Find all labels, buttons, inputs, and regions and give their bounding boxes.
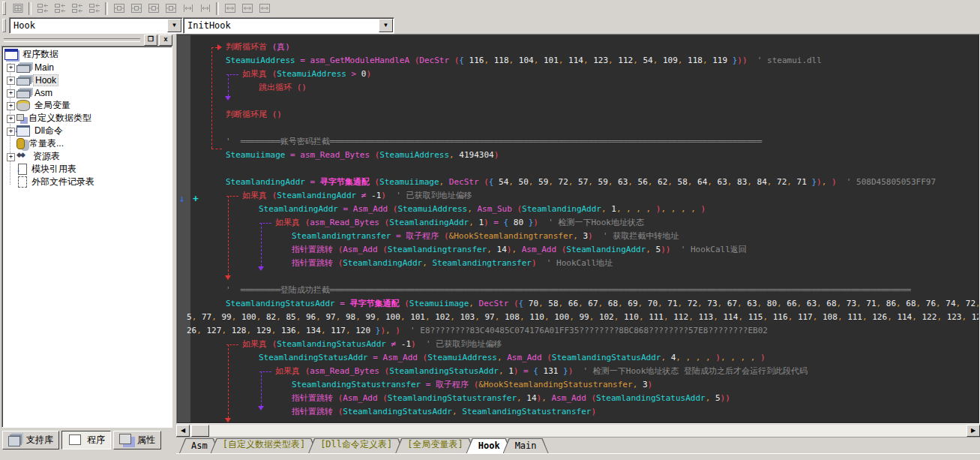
code-line: 跳出循环 () (178, 81, 979, 95)
doc-tab-全局变量表[interactable]: [全局变量表] (395, 439, 475, 453)
project-tree[interactable]: 程序数据+Main+Hook+Asm+全局变量+自定义数据类型+Dll命令常量表… (1, 46, 172, 428)
doc-tab-自定义数据类型表[interactable]: [自定义数据类型表] (211, 439, 317, 453)
if5-end-arrow-icon (258, 406, 264, 410)
code-line: 如果真 (asm_Read_Bytes (SteamlandingStatusA… (178, 365, 979, 378)
form-grid-icon[interactable] (9, 1, 26, 16)
code-editor[interactable]: 判断循环首 (真)SteamuiAddress = asm_GetModuleH… (176, 34, 980, 424)
same-width-icon[interactable] (221, 1, 238, 16)
align-left-icon[interactable] (34, 1, 51, 16)
module-ref-icon (18, 164, 27, 175)
tree-item-自定义数据类型[interactable]: +自定义数据类型 (2, 112, 172, 125)
restore-icon[interactable]: ❐ (144, 35, 157, 46)
panel-tab-属性[interactable]: 属性 (113, 431, 161, 449)
panel-tab-label: 支持库 (26, 434, 53, 446)
sidebar-titlebar: ❐ x (0, 34, 174, 45)
align-middle-vertical-icon[interactable] (162, 1, 179, 16)
tree-item-全局变量[interactable]: +全局变量 (2, 99, 172, 112)
code-line: 如果真 (asm_Read_Bytes (SteamlandingAddr, 1… (178, 216, 979, 230)
scrollbar-thumb[interactable] (191, 425, 209, 437)
expand-plus-icon[interactable]: + (7, 77, 15, 85)
align-top-icon[interactable] (68, 1, 85, 16)
space-equal-horizontal-icon[interactable] (179, 1, 196, 16)
global-variable-icon (16, 100, 30, 111)
expand-plus-icon[interactable]: + (7, 64, 15, 72)
tree-item-外部文件记录表[interactable]: 外部文件记录表 (2, 176, 172, 188)
toolbar-separator (105, 2, 108, 15)
combo-row-grip[interactable] (2, 19, 6, 32)
code-line: 如果真 (SteamlandingAddr ≠ -1) ' 已获取到地址偏移 (178, 189, 979, 203)
scroll-right-icon[interactable]: ▶ (967, 425, 980, 437)
loop-flow-line (211, 47, 212, 149)
tree-item-label: 全局变量 (33, 99, 72, 112)
titlebar-grip-line[interactable] (4, 38, 140, 42)
panel-tab-label: 程序 (87, 434, 105, 446)
if1-end-arrow-icon (225, 96, 231, 101)
code-line: ' ════════登陆成功拦截════════════════════════… (178, 284, 979, 297)
tree-item-Hook[interactable]: +Hook (2, 74, 172, 86)
property-icon (119, 434, 131, 444)
horizontal-scrollbar: ◀ ▶ (176, 425, 980, 437)
sidebar-tab-buttons: 支持库程序属性 (0, 428, 174, 452)
same-height-icon[interactable] (238, 1, 256, 16)
tree-item-Main[interactable]: +Main (2, 61, 172, 74)
toolbar-grip[interactable] (2, 2, 6, 15)
if2-flow-line (228, 196, 229, 275)
expand-plus-icon[interactable]: + (7, 153, 15, 161)
chevron-down-icon[interactable]: ▼ (167, 19, 181, 32)
code-line: 指针置跳转 (Asm_Add (Steamlandingtransfer, 14… (178, 243, 979, 257)
center-vertical-icon[interactable] (127, 1, 145, 16)
tree-root-item[interactable]: 程序数据 (2, 48, 172, 61)
tree-item-模块引用表[interactable]: 模块引用表 (2, 163, 172, 176)
external-file-icon (18, 176, 27, 188)
tree-item-label: Hook (33, 74, 58, 86)
doc-tab-Main[interactable]: Main (503, 439, 549, 453)
tree-item-Dll命令[interactable]: +Dll命令 (2, 125, 172, 137)
code-line (178, 270, 979, 284)
tree-item-常量表...[interactable]: 常量表... (2, 137, 172, 150)
expand-plus-icon[interactable]: + (7, 89, 15, 98)
code-line: Steamuiimage = asm_Read_Bytes (SteamuiAd… (178, 149, 979, 162)
doc-tab-Dll命令定义表[interactable]: [Dll命令定义表] (308, 439, 404, 453)
window-combo-value: Hook (10, 20, 167, 31)
code-line: 5, 77, 99, 100, 82, 85, 96, 97, 98, 99, … (178, 311, 979, 324)
cyan-plus-mark[interactable]: + (193, 194, 199, 203)
code-line: 判断循环首 (真) (178, 41, 979, 54)
align-bottom-icon[interactable] (85, 1, 103, 16)
expand-plus-icon[interactable]: + (7, 102, 15, 110)
constant-table-icon (16, 138, 25, 149)
center-horizontal-icon[interactable] (110, 1, 127, 16)
scroll-left-icon[interactable]: ◀ (176, 425, 190, 437)
code-line (178, 122, 979, 135)
window-combo[interactable]: Hook ▼ (9, 17, 183, 34)
code-line: 指针置跳转 (Asm_Add (SteamlandingStatustransf… (178, 392, 979, 405)
code-line (178, 419, 979, 424)
space-equal-vertical-icon[interactable] (196, 1, 214, 16)
doc-tab-label: Main (503, 440, 549, 453)
code-line: SteamlandingStatustransfer = 取子程序 (&Hook… (178, 378, 979, 392)
panel-tab-支持库[interactable]: 支持库 (2, 431, 59, 449)
panel-tab-程序[interactable]: 程序 (61, 431, 111, 449)
scrollbar-track[interactable] (209, 425, 967, 437)
tree-item-资源表[interactable]: +资源表 (2, 150, 172, 163)
code-line: 指针置跳转 (SteamlandingStatusAddr, Steamland… (178, 405, 979, 419)
program-icon (69, 434, 81, 445)
same-size-icon[interactable] (256, 1, 273, 16)
align-middle-horizontal-icon[interactable] (145, 1, 162, 16)
close-icon[interactable]: x (159, 35, 172, 46)
datatype-icon (16, 114, 24, 121)
blue-down-arrow-mark[interactable]: ↓ (179, 194, 185, 203)
support-library-icon (8, 436, 20, 446)
tree-item-label: 模块引用表 (30, 163, 78, 176)
code-line (178, 162, 979, 176)
routine-combo[interactable]: InitHook ▼ (183, 17, 394, 34)
expand-plus-icon[interactable]: + (7, 115, 15, 123)
tree-item-label: 资源表 (31, 150, 61, 163)
code-line: SteamuiAddress = asm_GetModuleHandleA (D… (178, 54, 979, 68)
align-right-icon[interactable] (51, 1, 68, 16)
code-line: 如果真 (SteamuiAddress > 0) (178, 68, 979, 81)
tree-item-label: Main (33, 62, 55, 73)
tree-item-Asm[interactable]: +Asm (2, 86, 172, 99)
selector-row: Hook ▼ InitHook ▼ (0, 17, 980, 34)
chevron-down-icon[interactable]: ▼ (379, 19, 393, 32)
tree-item-label: 自定义数据类型 (27, 112, 93, 125)
